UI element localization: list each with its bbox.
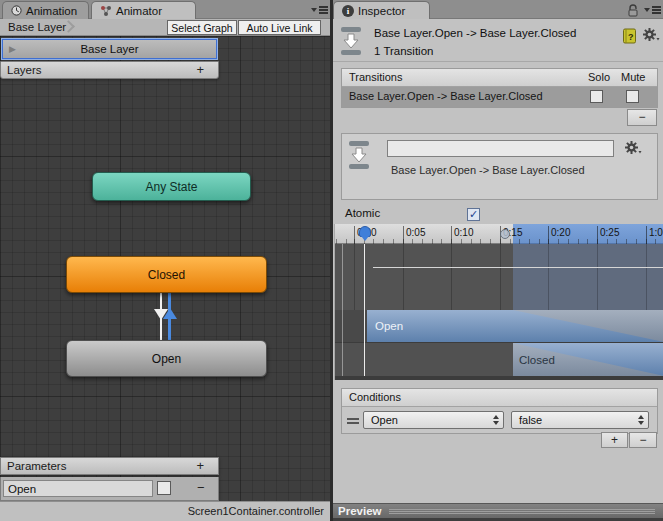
open-clip-label: Open xyxy=(375,320,403,332)
layer-row-base-layer[interactable]: ▶ Base Layer xyxy=(2,39,217,59)
parameter-name-field[interactable] xyxy=(3,480,153,497)
gear-icon[interactable] xyxy=(625,141,642,155)
lock-icon[interactable] xyxy=(627,4,639,17)
add-layer-button[interactable]: + xyxy=(196,62,204,78)
transition-start-marker[interactable] xyxy=(500,229,510,239)
transitions-header: Transitions Solo Mute xyxy=(342,69,657,87)
help-book-icon[interactable]: ? xyxy=(622,28,637,44)
ruler-tick xyxy=(403,226,404,244)
ruler-tick-label: 1:00 xyxy=(649,227,663,238)
blend-curve-line xyxy=(373,267,663,268)
parameter-row: − xyxy=(0,477,219,501)
condition-parameter-value: Open xyxy=(371,414,398,426)
info-icon: i xyxy=(342,5,354,17)
transition-list-row[interactable]: Base Layer.Open -> Base Layer.Closed xyxy=(342,87,657,107)
panel-menu-icon[interactable] xyxy=(311,6,328,14)
transition-timeline[interactable]: 0:00 0:05 0:10 0:15 0:20 0:25 1:00 Open … xyxy=(334,224,663,380)
state-node-any-state[interactable]: Any State xyxy=(92,172,251,201)
transition-caption: Base Layer.Open -> Base Layer.Closed xyxy=(391,164,585,176)
state-node-open[interactable]: Open xyxy=(66,340,267,377)
solo-checkbox[interactable] xyxy=(590,90,603,103)
parameters-header-label: Parameters xyxy=(7,460,66,472)
atomic-label: Atomic xyxy=(345,207,380,219)
inspector-menu-icon[interactable] xyxy=(644,6,661,14)
mute-checkbox[interactable] xyxy=(626,90,639,103)
dropdown-arrows-icon xyxy=(493,415,499,425)
dropdown-triangle-icon xyxy=(644,8,650,12)
layer-row-label: Base Layer xyxy=(80,43,138,55)
condition-row: Open false xyxy=(342,407,657,433)
open-clip-fadeout[interactable] xyxy=(513,310,663,342)
dropdown-arrows-icon xyxy=(638,415,644,425)
state-node-label: Open xyxy=(152,352,181,366)
transition-icon xyxy=(348,140,370,170)
menu-lines-icon xyxy=(652,6,661,14)
state-node-label: Closed xyxy=(148,268,185,282)
animator-toolbar: Base Layer Select Graph Auto Live Link xyxy=(0,19,330,36)
track-left-strip xyxy=(335,310,367,342)
preview-bar[interactable]: Preview xyxy=(333,503,663,518)
parameters-header-bar: Parameters + xyxy=(0,457,219,475)
conditions-header: Conditions xyxy=(342,389,657,407)
dropdown-triangle-icon xyxy=(311,8,317,12)
parameter-value-checkbox[interactable] xyxy=(157,481,171,495)
tab-inspector[interactable]: i Inspector xyxy=(333,1,430,19)
tab-animator[interactable]: Animator xyxy=(91,1,196,19)
preview-drag-grip[interactable] xyxy=(389,509,655,514)
open-clip-bar[interactable]: Open xyxy=(367,310,513,342)
closed-clip-bar[interactable]: Closed xyxy=(513,343,663,376)
transitions-header-label: Transitions xyxy=(349,71,402,83)
mute-column-label: Mute xyxy=(621,69,645,86)
add-parameter-button[interactable]: + xyxy=(196,458,204,474)
remove-transition-button[interactable]: − xyxy=(627,109,657,126)
ruler-tick xyxy=(354,226,355,244)
state-machine-canvas[interactable]: Any State Closed Open xyxy=(0,36,330,501)
gear-icon[interactable] xyxy=(643,28,660,42)
controller-name: Screen1Container.controller xyxy=(188,505,324,517)
ruler-tick xyxy=(451,226,452,244)
animator-tab-strip: Animation Animator xyxy=(0,0,330,19)
tab-animation[interactable]: Animation xyxy=(2,1,89,19)
transition-range-overlay xyxy=(513,244,663,310)
layers-header-bar: Layers + xyxy=(0,61,219,79)
ruler-tick-label: 0:05 xyxy=(406,227,425,238)
transition-name-field[interactable] xyxy=(387,140,614,157)
auto-live-link-button[interactable]: Auto Live Link xyxy=(238,20,321,35)
atomic-checkbox[interactable]: ✓ xyxy=(467,208,480,221)
playhead-line xyxy=(364,244,365,376)
unity-editor-window: Animation Animator Base Layer Select Gra… xyxy=(0,0,663,521)
state-node-label: Any State xyxy=(145,180,197,194)
closed-track-empty xyxy=(335,343,513,376)
inspector-header: Base Layer.Open -> Base Layer.Closed 1 T… xyxy=(333,19,663,62)
controller-status-bar: Screen1Container.controller xyxy=(0,501,330,521)
ruler-tick xyxy=(548,226,549,244)
select-graph-button[interactable]: Select Graph xyxy=(167,20,237,35)
solo-column-label: Solo xyxy=(588,69,610,86)
transition-row-label: Base Layer.Open -> Base Layer.Closed xyxy=(349,90,543,102)
tab-inspector-label: Inspector xyxy=(358,5,405,17)
playhead-handle[interactable] xyxy=(359,226,371,237)
inspector-subtitle: 1 Transition xyxy=(374,45,433,57)
state-node-closed[interactable]: Closed xyxy=(66,256,267,293)
conditions-box: Conditions Open false xyxy=(341,388,658,434)
tab-animator-label: Animator xyxy=(116,5,162,17)
breadcrumb[interactable]: Base Layer xyxy=(8,21,66,33)
clock-icon xyxy=(11,5,22,16)
drag-handle-icon[interactable] xyxy=(347,418,359,426)
ruler-tick xyxy=(646,226,647,244)
layers-header-label: Layers xyxy=(7,64,42,76)
closed-clip-label: Closed xyxy=(519,354,555,366)
condition-value-dropdown[interactable]: false xyxy=(511,411,649,429)
ruler-tick xyxy=(597,226,598,244)
condition-parameter-dropdown[interactable]: Open xyxy=(363,411,504,429)
timeline-zero-line xyxy=(342,244,343,376)
menu-lines-icon xyxy=(319,6,328,14)
play-triangle-icon: ▶ xyxy=(9,44,16,54)
remove-parameter-button[interactable]: − xyxy=(197,480,205,495)
ruler-tick-label: 0:25 xyxy=(600,227,619,238)
conditions-header-label: Conditions xyxy=(349,391,401,403)
tab-animation-label: Animation xyxy=(26,5,77,17)
remove-condition-button[interactable]: − xyxy=(629,432,657,448)
condition-value: false xyxy=(519,414,542,426)
add-condition-button[interactable]: + xyxy=(601,432,628,448)
